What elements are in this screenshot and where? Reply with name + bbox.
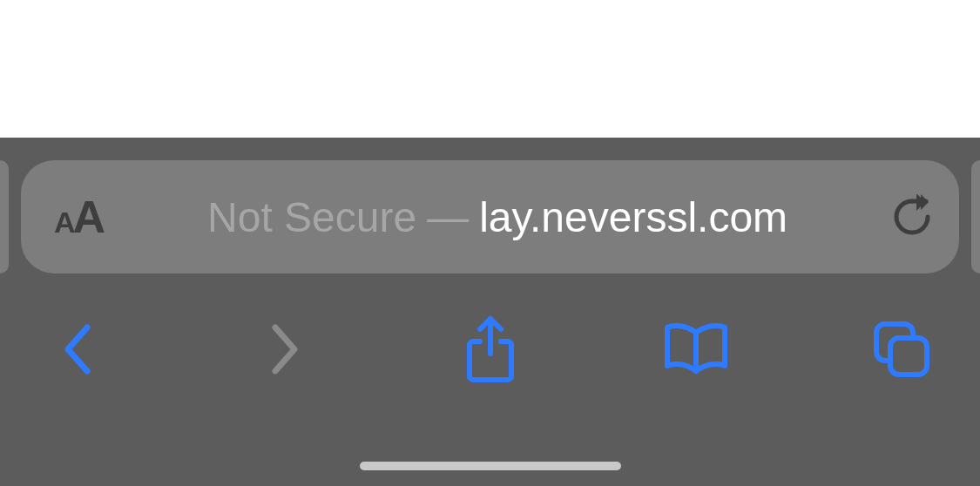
chevron-left-icon — [51, 322, 105, 376]
home-indicator[interactable] — [360, 462, 621, 470]
previous-tab-edge[interactable] — [0, 160, 9, 273]
big-a-icon: A — [73, 191, 105, 243]
page-content-area — [0, 0, 980, 138]
next-tab-edge[interactable] — [971, 160, 980, 273]
tabs-button[interactable] — [867, 314, 936, 384]
back-button[interactable] — [44, 314, 113, 384]
url-separator: — — [427, 193, 469, 241]
reload-button[interactable] — [891, 196, 933, 238]
browser-chrome: A A Not Secure — lay.neverssl.com — [0, 138, 980, 486]
address-bar-row: A A Not Secure — lay.neverssl.com — [0, 138, 980, 273]
small-a-icon: A — [54, 206, 75, 240]
forward-button[interactable] — [249, 314, 319, 384]
share-button[interactable] — [456, 314, 525, 384]
reader-view-button[interactable]: A A — [54, 191, 104, 243]
security-status: Not Secure — [207, 193, 416, 241]
bottom-toolbar — [0, 273, 980, 395]
chevron-right-icon — [257, 322, 311, 376]
url-text: lay.neverssl.com — [479, 193, 787, 241]
svg-rect-1 — [890, 338, 927, 375]
tabs-icon — [873, 321, 930, 378]
url-container[interactable]: Not Secure — lay.neverssl.com — [125, 193, 870, 241]
reload-icon — [893, 194, 931, 240]
bookmarks-button[interactable] — [661, 314, 731, 384]
share-icon — [464, 315, 517, 383]
book-icon — [664, 322, 728, 376]
address-bar[interactable]: A A Not Secure — lay.neverssl.com — [21, 160, 959, 273]
